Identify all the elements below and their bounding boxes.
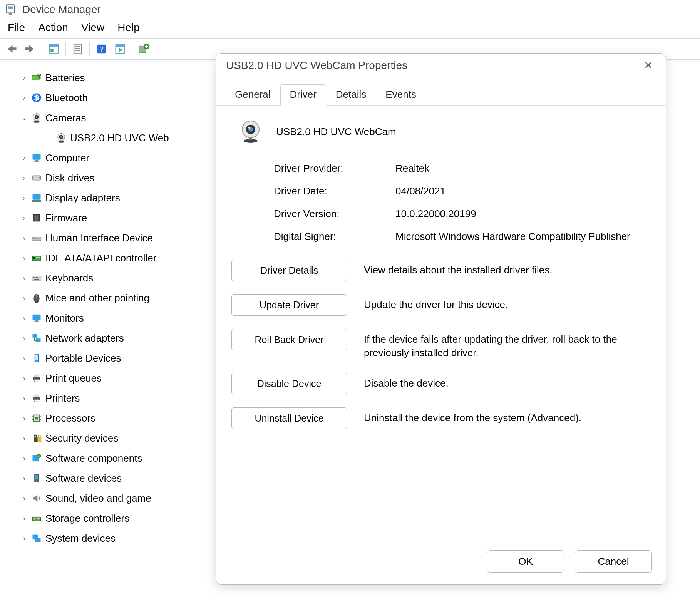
tree-item-label: Display adapters xyxy=(45,192,120,204)
close-button[interactable]: ✕ xyxy=(640,59,656,72)
cpu-icon xyxy=(31,412,42,424)
tree-item[interactable]: USB2.0 HD UVC Web xyxy=(0,128,208,148)
device-manager-icon xyxy=(4,3,17,16)
chevron-right-icon[interactable]: › xyxy=(21,354,28,362)
tree-item[interactable]: ›Mice and other pointing xyxy=(0,288,208,308)
tree-item-label: Software components xyxy=(45,452,142,464)
device-tree[interactable]: ›Batteries›Bluetooth⌄Cameras USB2.0 HD U… xyxy=(0,62,208,613)
properties-dialog: USB2.0 HD UVC WebCam Properties ✕ Genera… xyxy=(216,53,666,585)
update-driver-button[interactable]: Update Driver xyxy=(231,294,347,316)
driver-details-button[interactable]: Driver Details xyxy=(231,260,347,281)
signer-value: Microsoft Windows Hardware Compatibility… xyxy=(395,231,650,243)
chevron-right-icon[interactable]: › xyxy=(21,434,28,442)
show-hidden-button[interactable] xyxy=(45,41,62,57)
cancel-button[interactable]: Cancel xyxy=(575,550,652,573)
chevron-right-icon[interactable]: › xyxy=(21,454,28,462)
back-button[interactable] xyxy=(3,41,20,57)
svg-rect-50 xyxy=(33,257,35,259)
printer-icon xyxy=(31,372,42,384)
tree-item-label: Disk drives xyxy=(45,172,94,184)
svg-rect-41 xyxy=(37,216,37,217)
menu-action[interactable]: Action xyxy=(38,22,68,34)
menu-view[interactable]: View xyxy=(81,22,104,34)
svg-rect-4 xyxy=(50,45,59,47)
tree-item[interactable]: ›Display adapters xyxy=(0,188,208,208)
tab-general[interactable]: General xyxy=(225,84,280,106)
tree-item[interactable]: ›Security devices xyxy=(0,428,208,448)
tree-item[interactable]: ⌄Cameras xyxy=(0,108,208,128)
tab-driver[interactable]: Driver xyxy=(280,84,326,106)
tree-item[interactable]: ›Software components xyxy=(0,448,208,468)
svg-rect-43 xyxy=(37,218,37,219)
svg-rect-46 xyxy=(35,238,35,239)
tree-item-label: Firmware xyxy=(45,212,87,224)
tree-item[interactable]: ›Computer xyxy=(0,148,208,168)
chevron-right-icon[interactable]: › xyxy=(21,94,28,102)
tree-item[interactable]: ›IDE ATA/ATAPI controller xyxy=(0,248,208,268)
tab-events[interactable]: Events xyxy=(376,84,426,106)
tree-item-label: Mice and other pointing xyxy=(45,292,149,304)
tree-item[interactable]: ›Bluetooth xyxy=(0,88,208,108)
forward-button[interactable] xyxy=(22,41,39,57)
menu-help[interactable]: Help xyxy=(117,22,140,34)
chevron-right-icon[interactable]: › xyxy=(21,474,28,482)
svg-rect-33 xyxy=(34,161,39,162)
chevron-right-icon[interactable]: › xyxy=(21,194,28,202)
tree-item[interactable]: ›Storage controllers xyxy=(0,508,208,528)
tree-item-label: Keyboards xyxy=(45,272,93,284)
tree-item[interactable]: ›Processors xyxy=(0,408,208,428)
uninstall-device-button[interactable]: Uninstall Device xyxy=(231,407,347,429)
toolbar-separator xyxy=(42,42,42,56)
chevron-down-icon[interactable]: ⌄ xyxy=(21,114,28,122)
tree-item[interactable]: ›Batteries xyxy=(0,68,208,88)
chevron-right-icon[interactable]: › xyxy=(21,234,28,242)
chevron-right-icon[interactable]: › xyxy=(21,374,28,382)
properties-button[interactable] xyxy=(69,41,86,57)
update-driver-desc: Update the driver for this device. xyxy=(364,294,650,312)
rollback-driver-button[interactable]: Roll Back Driver xyxy=(231,329,347,350)
toolbar-separator xyxy=(89,42,90,56)
tree-item[interactable]: ›Software devices xyxy=(0,468,208,488)
svg-rect-90 xyxy=(37,518,40,519)
chevron-right-icon[interactable]: › xyxy=(21,334,28,342)
help-button[interactable]: ? xyxy=(93,41,110,57)
tree-item[interactable]: ›Firmware xyxy=(0,208,208,228)
chevron-right-icon[interactable]: › xyxy=(21,74,28,82)
ok-button[interactable]: OK xyxy=(487,550,564,573)
driver-details-desc: View details about the installed driver … xyxy=(364,260,650,277)
chevron-right-icon[interactable]: › xyxy=(21,154,28,162)
tree-item[interactable]: ›Monitors xyxy=(0,308,208,328)
title-bar: Device Manager xyxy=(0,0,700,18)
tree-item[interactable]: ›Network adapters xyxy=(0,328,208,348)
add-hardware-button[interactable] xyxy=(136,41,152,57)
svg-rect-54 xyxy=(34,277,35,278)
webcam-icon xyxy=(238,119,263,144)
tree-item[interactable]: ›Print queues xyxy=(0,368,208,388)
chevron-right-icon[interactable]: › xyxy=(21,514,28,523)
chevron-right-icon[interactable]: › xyxy=(21,254,28,262)
tree-item[interactable]: ›System devices xyxy=(0,528,208,548)
chevron-right-icon[interactable]: › xyxy=(21,174,28,182)
tree-item[interactable]: ›Disk drives xyxy=(0,168,208,188)
disk-icon xyxy=(31,172,42,184)
uninstall-device-desc: Uninstall the device from the system (Ad… xyxy=(364,407,650,425)
chevron-right-icon[interactable]: › xyxy=(21,494,28,502)
scan-hardware-button[interactable] xyxy=(112,41,129,57)
tree-item[interactable]: ›Portable Devices xyxy=(0,348,208,368)
tree-item[interactable]: ›Keyboards xyxy=(0,268,208,288)
chevron-right-icon[interactable]: › xyxy=(21,414,28,422)
menu-file[interactable]: File xyxy=(8,22,25,34)
tree-item[interactable]: ›Human Interface Device xyxy=(0,228,208,248)
tree-item[interactable]: ›Sound, video and game xyxy=(0,488,208,508)
chevron-right-icon[interactable]: › xyxy=(21,294,28,302)
chevron-right-icon[interactable]: › xyxy=(21,394,28,402)
tab-details[interactable]: Details xyxy=(326,84,376,106)
disable-device-button[interactable]: Disable Device xyxy=(231,373,347,394)
svg-rect-37 xyxy=(32,200,41,202)
chevron-right-icon[interactable]: › xyxy=(21,274,28,282)
chevron-right-icon[interactable]: › xyxy=(21,314,28,322)
chevron-right-icon[interactable]: › xyxy=(21,534,28,543)
keyboard-icon xyxy=(31,272,42,284)
chevron-right-icon[interactable]: › xyxy=(21,214,28,222)
tree-item[interactable]: ›Printers xyxy=(0,388,208,408)
